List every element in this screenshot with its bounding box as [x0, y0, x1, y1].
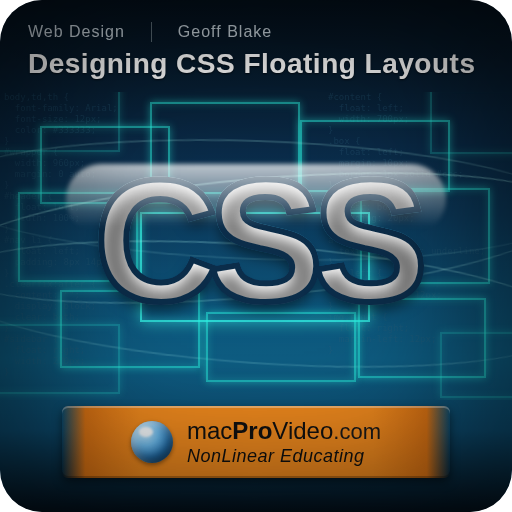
course-title: Designing CSS Floating Layouts: [28, 48, 484, 80]
artwork-area: body,td,th { font-family: Arial; font-si…: [0, 92, 512, 400]
brand-text: macProVideo.com NonLinear Educating: [187, 419, 381, 465]
brand-tagline: NonLinear Educating: [187, 447, 381, 465]
wire-box: [440, 332, 512, 398]
category-label: Web Design: [28, 23, 125, 41]
brand-part-dotcom: .com: [333, 419, 381, 444]
css-monogram: CSS: [66, 154, 446, 326]
author-label: Geoff Blake: [178, 23, 272, 41]
brand-part-video: Video: [272, 417, 333, 444]
brand-name: macProVideo.com: [187, 419, 381, 443]
brand-inner: macProVideo.com NonLinear Educating: [131, 419, 381, 465]
header: Web Design Geoff Blake: [28, 22, 484, 42]
css-word: CSS: [66, 154, 446, 326]
brand-part-pro: Pro: [232, 417, 272, 444]
globe-icon: [131, 421, 173, 463]
brand-part-mac: mac: [187, 417, 232, 444]
header-divider: [151, 22, 152, 42]
course-cover-card: Web Design Geoff Blake Designing CSS Flo…: [0, 0, 512, 512]
brand-bar: macProVideo.com NonLinear Educating: [62, 406, 450, 478]
